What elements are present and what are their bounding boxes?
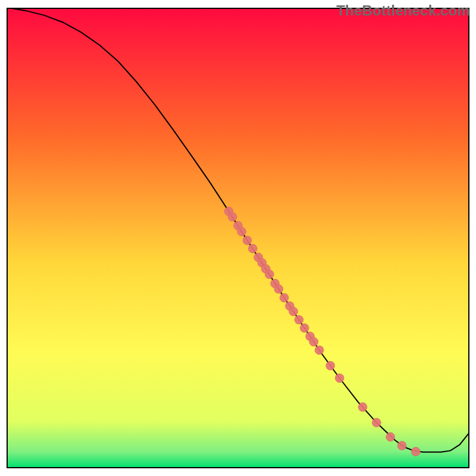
data-point bbox=[228, 212, 237, 221]
data-point bbox=[265, 270, 274, 279]
data-point bbox=[243, 236, 252, 245]
data-point bbox=[289, 307, 298, 316]
data-point bbox=[326, 361, 335, 370]
chart-svg bbox=[0, 0, 476, 476]
data-point bbox=[295, 315, 303, 324]
data-point bbox=[372, 418, 381, 427]
data-point bbox=[335, 374, 344, 383]
data-point bbox=[411, 447, 420, 456]
data-point bbox=[274, 284, 283, 293]
data-point bbox=[237, 227, 246, 236]
data-point bbox=[309, 337, 318, 346]
data-point bbox=[248, 244, 257, 253]
data-point bbox=[300, 324, 309, 333]
gradient-background bbox=[7, 8, 469, 468]
data-point bbox=[397, 441, 406, 450]
data-point bbox=[358, 403, 367, 412]
data-point bbox=[386, 433, 395, 441]
bottleneck-chart: TheBottleneck.com bbox=[0, 0, 476, 476]
data-point bbox=[280, 293, 289, 302]
data-point bbox=[315, 346, 324, 355]
